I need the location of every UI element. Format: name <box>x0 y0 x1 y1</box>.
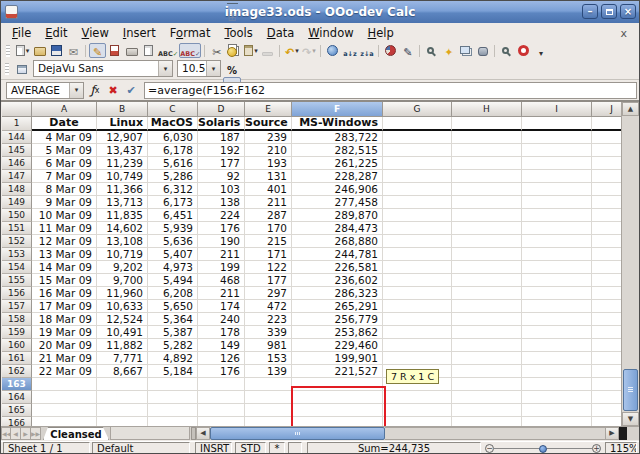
grid-cell[interactable]: 5 Mar 09 <box>32 144 97 157</box>
grid-cell[interactable] <box>452 352 522 365</box>
zoom-percent-field[interactable]: 115% <box>605 442 637 454</box>
grid-cell[interactable] <box>522 144 592 157</box>
redo-button[interactable]: ↷▾ <box>300 43 317 58</box>
title-bar[interactable]: image33.ods - OOo-dev Calc – × <box>1 1 639 23</box>
formula-input[interactable]: =average(F156:F162 <box>144 82 637 99</box>
grid-cell[interactable] <box>452 222 522 235</box>
grid-cell[interactable]: 176 <box>198 222 245 235</box>
grid-cell[interactable] <box>452 235 522 248</box>
grid-cell[interactable] <box>592 131 621 144</box>
grid-cell[interactable]: 5,387 <box>148 326 198 339</box>
grid-cell[interactable]: 170 <box>245 222 292 235</box>
grid-cell[interactable]: 9,700 <box>97 274 148 287</box>
sum-field[interactable]: Sum=244,735 <box>307 442 481 454</box>
row-header-145[interactable]: 145 <box>2 144 32 157</box>
menu-help[interactable]: Help <box>361 24 401 42</box>
edit-file-button[interactable]: ✎ <box>89 43 106 58</box>
grid-cell[interactable] <box>383 391 452 404</box>
grid-cell[interactable]: 5,282 <box>148 339 198 352</box>
font-size-combo[interactable]: 10.5 ▾ <box>177 60 221 77</box>
grid-cell[interactable] <box>522 261 592 274</box>
grid-cell[interactable]: 228,287 <box>292 170 383 183</box>
grid-cell[interactable]: 472 <box>245 300 292 313</box>
grid-cell[interactable]: 13,713 <box>97 196 148 209</box>
grid-cell[interactable]: 174 <box>198 300 245 313</box>
grid-cell[interactable]: 12,524 <box>97 313 148 326</box>
paste-button[interactable]: ▾ <box>242 43 259 58</box>
zoom-slider-track[interactable] <box>547 448 592 449</box>
grid-cell[interactable]: 211 <box>198 287 245 300</box>
grid-cell[interactable] <box>383 170 452 183</box>
grid-cell[interactable] <box>292 404 383 417</box>
column-header-J[interactable]: J <box>592 102 621 117</box>
grid-cell[interactable] <box>522 339 592 352</box>
grid-cell[interactable] <box>452 365 522 378</box>
gallery-button[interactable] <box>457 43 474 58</box>
grid-cell[interactable]: 339 <box>245 326 292 339</box>
grid-cell[interactable] <box>522 326 592 339</box>
grid-cell[interactable] <box>452 378 522 391</box>
grid-cell[interactable]: 6,178 <box>148 144 198 157</box>
grid-cell[interactable]: 261,225 <box>292 157 383 170</box>
grid-cell[interactable] <box>592 365 621 378</box>
first-sheet-button[interactable]: ◀◀ <box>1 427 11 440</box>
grid-cell[interactable] <box>592 183 621 196</box>
grid-cell[interactable]: 177 <box>245 274 292 287</box>
sort-descending-button[interactable]: z↓a <box>358 43 375 58</box>
grid-cell[interactable] <box>383 248 452 261</box>
grid-cell[interactable] <box>522 196 592 209</box>
row-header-164[interactable]: 164 <box>2 391 32 404</box>
column-header-A[interactable]: A <box>32 102 97 117</box>
help-button[interactable] <box>515 43 532 58</box>
column-header-I[interactable]: I <box>522 102 592 117</box>
vertical-scroll-thumb[interactable] <box>623 369 638 411</box>
grid-cell[interactable]: 5,616 <box>148 157 198 170</box>
grid-cell[interactable] <box>592 248 621 261</box>
menu-window[interactable]: Window <box>301 24 360 42</box>
grid-cell[interactable] <box>452 300 522 313</box>
row-header-1[interactable]: 1 <box>2 117 32 131</box>
scroll-left-icon[interactable]: ◀ <box>196 427 210 440</box>
grid-cell[interactable]: 178 <box>198 326 245 339</box>
column-header-C[interactable]: C <box>148 102 198 117</box>
grid-cell[interactable]: 283,722 <box>292 131 383 144</box>
row-header-166[interactable]: 166 <box>2 417 32 426</box>
row-header-157[interactable]: 157 <box>2 300 32 313</box>
grid-cell[interactable]: 15 Mar 09 <box>32 274 97 287</box>
grid-cell[interactable] <box>148 378 198 391</box>
insert-chart-button[interactable] <box>382 43 399 58</box>
function-wizard-button[interactable]: ƒx <box>86 82 104 99</box>
grid-cell[interactable]: 215 <box>245 235 292 248</box>
name-box[interactable]: AVERAGE ▾ <box>6 82 84 99</box>
scroll-up-icon[interactable]: ▲ <box>622 102 639 116</box>
grid-cell[interactable] <box>452 339 522 352</box>
undo-button[interactable]: ↶▾ <box>283 43 300 58</box>
grid-cell[interactable]: 8,667 <box>97 365 148 378</box>
previous-sheet-button[interactable]: ◀ <box>11 427 21 440</box>
toolbar-grip[interactable] <box>6 45 10 57</box>
zoom-in-icon[interactable]: + <box>592 444 601 453</box>
grid-cell[interactable]: 287 <box>245 209 292 222</box>
font-name-combo[interactable]: DejaVu Sans ▾ <box>33 60 173 77</box>
grid-cell[interactable] <box>383 313 452 326</box>
grid-cell[interactable] <box>522 222 592 235</box>
grid-cell[interactable]: 284,473 <box>292 222 383 235</box>
grid-cell[interactable]: 11,239 <box>97 157 148 170</box>
grid-cell[interactable] <box>452 183 522 196</box>
toolbar-grip[interactable] <box>5 63 9 75</box>
grid-cell[interactable] <box>198 404 245 417</box>
grid-cell[interactable]: 176 <box>198 365 245 378</box>
grid-cell[interactable]: 5,636 <box>148 235 198 248</box>
grid-cell[interactable] <box>383 183 452 196</box>
grid-cell[interactable] <box>97 404 148 417</box>
grid-cell[interactable] <box>383 339 452 352</box>
maximize-button[interactable] <box>601 4 617 19</box>
grid-cell[interactable] <box>592 417 621 426</box>
grid-cell[interactable]: 5,650 <box>148 300 198 313</box>
merge-cells-button[interactable]: ⊞ <box>223 7 241 24</box>
grid-cell[interactable]: 297 <box>245 287 292 300</box>
grid-cell[interactable]: 12,907 <box>97 131 148 144</box>
grid-cell[interactable] <box>592 261 621 274</box>
menu-insert[interactable]: Insert <box>116 24 163 42</box>
currency-format-button[interactable] <box>223 43 241 60</box>
